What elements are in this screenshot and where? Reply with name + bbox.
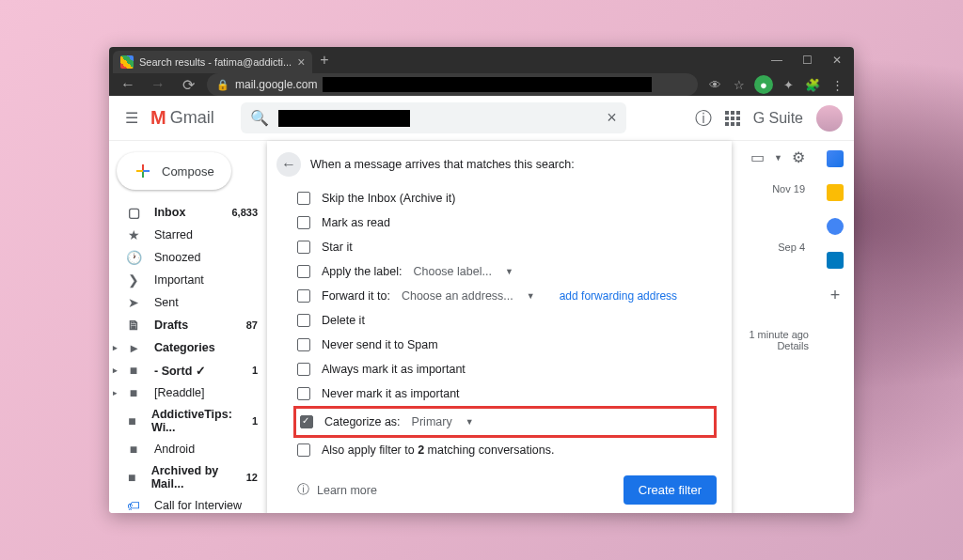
dropdown-caret-icon[interactable]: ▼ — [774, 153, 782, 163]
filter-option[interactable]: Forward it to: Choose an address...▼add … — [276, 284, 717, 308]
forward-button[interactable]: → — [147, 76, 169, 93]
filter-option[interactable]: Apply the label: Choose label...▼ — [276, 259, 717, 284]
checkbox-icon[interactable] — [297, 192, 310, 205]
sidebar-item[interactable]: 🗎Drafts87 — [109, 314, 267, 336]
calendar-icon[interactable] — [827, 150, 844, 167]
split-pane-icon[interactable]: ▭ — [750, 148, 765, 166]
also-apply-option[interactable]: Also apply filter to 2 matching conversa… — [276, 438, 717, 462]
checkbox-icon[interactable] — [297, 241, 310, 254]
details-link[interactable]: Details — [749, 340, 809, 351]
eye-icon[interactable]: 👁 — [705, 75, 724, 94]
gsuite-label: G Suite — [753, 110, 803, 127]
plus-icon — [134, 162, 152, 180]
search-icon: 🔍 — [250, 109, 269, 127]
titlebar: Search results - fatima@addicti... × + —… — [109, 47, 854, 73]
search-redacted — [278, 110, 410, 127]
filter-option[interactable]: Never mark it as important — [276, 381, 717, 406]
filter-option[interactable]: Never send it to Spam — [276, 333, 717, 357]
checkbox-icon[interactable] — [297, 289, 310, 303]
help-icon: ⓘ — [297, 482, 309, 498]
close-button[interactable]: ✕ — [824, 47, 850, 73]
chevron-down-icon[interactable]: ▼ — [466, 417, 474, 427]
checkbox-icon[interactable] — [297, 338, 310, 351]
help-icon[interactable]: ⓘ — [695, 107, 712, 130]
tab-close-icon[interactable]: × — [297, 54, 305, 70]
checkbox-icon[interactable] — [297, 314, 310, 327]
categorize-option[interactable]: Categorize as: Primary ▼ — [296, 410, 507, 434]
add-addon-icon[interactable]: + — [830, 286, 841, 305]
sidebar-item[interactable]: 🕐Snoozed — [109, 246, 267, 269]
search-box[interactable]: 🔍 × — [241, 102, 626, 133]
sidebar-item[interactable]: ▸■- Sortd ✓1 — [109, 359, 267, 381]
filter-option[interactable]: Always mark it as important — [276, 357, 717, 381]
hamburger-icon[interactable]: ☰ — [120, 107, 143, 130]
sidebar-item[interactable]: ▢Inbox6,833 — [109, 201, 267, 224]
star-icon[interactable]: ☆ — [730, 75, 749, 94]
url-text: mail.google.com — [235, 78, 317, 91]
url-redacted — [323, 77, 652, 92]
highlighted-option: Categorize as: Primary ▼ — [293, 406, 717, 438]
settings-gear-icon[interactable]: ⚙ — [792, 148, 805, 166]
checkbox-icon[interactable] — [297, 443, 310, 457]
avatar[interactable] — [816, 105, 843, 132]
sidebar-item[interactable]: ■Archived by Mail...12 — [109, 460, 267, 494]
sidebar-item[interactable]: ▸■[Readdle] — [109, 381, 267, 404]
minimize-button[interactable]: — — [764, 47, 790, 73]
new-tab-button[interactable]: + — [320, 52, 328, 69]
content-area: ▭ ▼ ⚙ Nov 19 Sep 4 1 minute ago Details … — [267, 141, 816, 513]
browser-tab[interactable]: Search results - fatima@addicti... × — [113, 51, 312, 73]
learn-more-link[interactable]: ⓘ Learn more — [297, 482, 377, 498]
filter-option[interactable]: Star it — [276, 235, 717, 259]
gmail-favicon — [120, 55, 134, 69]
checkbox-icon[interactable] — [297, 363, 310, 376]
compose-button[interactable]: Compose — [117, 152, 231, 190]
url-input[interactable]: 🔒 mail.google.com — [207, 73, 698, 96]
activity-meta: 1 minute ago Details — [749, 329, 816, 351]
forwarding-link[interactable]: add forwarding address — [560, 289, 677, 303]
back-arrow-icon[interactable]: ← — [276, 152, 301, 177]
checkbox-icon[interactable] — [300, 415, 313, 428]
filter-option[interactable]: Delete it — [276, 308, 717, 333]
tasks-icon[interactable] — [827, 218, 844, 235]
filter-option[interactable]: Mark as read — [276, 210, 717, 235]
filter-panel: ← When a message arrives that matches th… — [267, 141, 732, 513]
checkbox-icon[interactable] — [297, 265, 310, 278]
extension-icon-2[interactable]: ✦ — [779, 75, 797, 94]
maximize-button[interactable]: ☐ — [794, 47, 820, 73]
create-filter-button[interactable]: Create filter — [624, 475, 717, 505]
gmail-header: ☰ M Gmail 🔍 × ⓘ G Suite — [109, 96, 854, 141]
menu-dots-icon[interactable]: ⋮ — [828, 75, 846, 94]
sidebar-item[interactable]: ★Starred — [109, 224, 267, 246]
back-button[interactable]: ← — [117, 76, 139, 93]
trello-icon[interactable] — [827, 252, 844, 269]
checkbox-icon[interactable] — [297, 216, 310, 229]
reload-button[interactable]: ⟳ — [177, 76, 199, 94]
keep-icon[interactable] — [827, 184, 844, 201]
gmail-app: ☰ M Gmail 🔍 × ⓘ G Suite Compose — [109, 96, 854, 513]
apps-grid-icon[interactable] — [725, 111, 740, 126]
puzzle-icon[interactable]: 🧩 — [803, 75, 822, 94]
browser-window: Search results - fatima@addicti... × + —… — [109, 47, 854, 513]
address-bar: ← → ⟳ 🔒 mail.google.com 👁 ☆ ● ✦ 🧩 ⋮ — [109, 73, 854, 96]
categorize-value[interactable]: Primary — [412, 415, 452, 428]
gmail-logo[interactable]: M Gmail — [150, 107, 214, 129]
sidebar-item[interactable]: ▸▸Categories — [109, 336, 267, 359]
filter-title: When a message arrives that matches this… — [310, 158, 575, 171]
filter-option[interactable]: Skip the Inbox (Archive it) — [276, 186, 717, 210]
extension-icon[interactable]: ● — [754, 75, 773, 94]
clear-search-icon[interactable]: × — [607, 108, 617, 128]
sidebar-item[interactable]: ❯Important — [109, 269, 267, 291]
side-panel: + › — [816, 141, 854, 513]
sidebar-item[interactable]: ➤Sent — [109, 291, 267, 314]
sidebar-item[interactable]: ■AddictiveTips: Wi...1 — [109, 404, 267, 438]
sidebar: Compose ▢Inbox6,833★Starred🕐Snoozed❯Impo… — [109, 141, 267, 513]
tab-title: Search results - fatima@addicti... — [139, 56, 292, 68]
sidebar-item[interactable]: 🏷Call for Interview — [109, 494, 267, 513]
lock-icon: 🔒 — [216, 79, 229, 91]
checkbox-icon[interactable] — [297, 387, 310, 400]
sidebar-item[interactable]: ■Android — [109, 438, 267, 460]
